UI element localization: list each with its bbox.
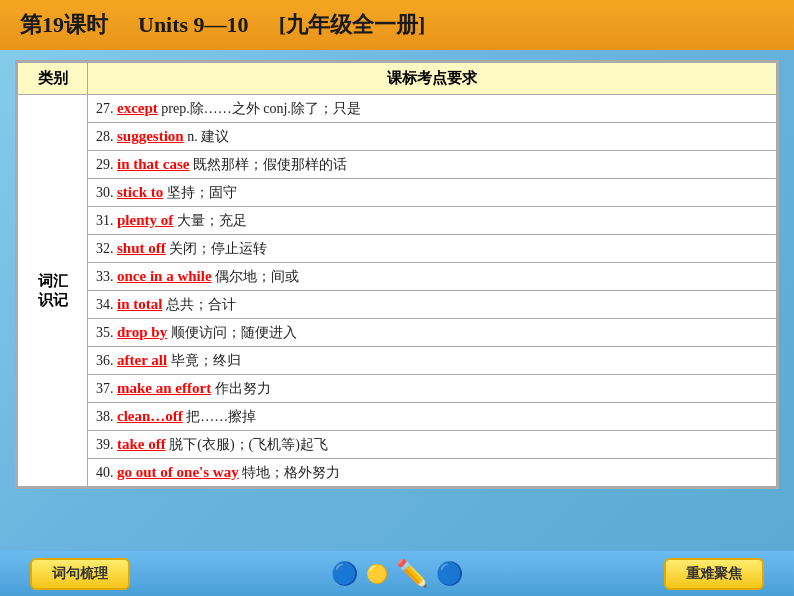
vocab-sort-button[interactable]: 词句梳理	[30, 558, 130, 590]
table-row: 29. in that case 既然那样；假使那样的话	[18, 151, 777, 179]
entry-number: 30.	[96, 185, 117, 200]
entry-number: 28.	[96, 129, 117, 144]
table-row: 32. shut off 关闭；停止运转	[18, 235, 777, 263]
entry-number: 29.	[96, 157, 117, 172]
entry-number: 36.	[96, 353, 117, 368]
entry-cell: 39. take off 脱下(衣服)；(飞机等)起飞	[88, 431, 777, 459]
table-header-row: 类别 课标考点要求	[18, 63, 777, 95]
entry-cell: 28. suggestion n. 建议	[88, 123, 777, 151]
col2-header: 课标考点要求	[88, 63, 777, 95]
entry-number: 34.	[96, 297, 117, 312]
entry-meaning: 作出努力	[211, 381, 271, 396]
entry-meaning: 既然那样；假使那样的话	[190, 157, 348, 172]
entry-blank: in total	[117, 296, 162, 312]
entry-meaning: 顺便访问；随便进入	[167, 325, 297, 340]
entry-blank: shut off	[117, 240, 166, 256]
header-lesson: 第19课时	[20, 10, 108, 40]
entry-number: 37.	[96, 381, 117, 396]
entry-number: 27.	[96, 101, 117, 116]
entry-meaning: 大量；充足	[173, 213, 247, 228]
table-row: 33. once in a while 偶尔地；间或	[18, 263, 777, 291]
entry-meaning: 毕竟；终归	[167, 353, 241, 368]
table-row: 词汇识记27. except prep.除……之外 conj.除了；只是	[18, 95, 777, 123]
entry-blank: go out of one's way	[117, 464, 239, 480]
table-row: 38. clean…off 把……擦掉	[18, 403, 777, 431]
entry-blank: suggestion	[117, 128, 184, 144]
table-row: 35. drop by 顺便访问；随便进入	[18, 319, 777, 347]
entry-blank: after all	[117, 352, 167, 368]
table-row: 34. in total 总共；合计	[18, 291, 777, 319]
entry-blank: except	[117, 100, 158, 116]
entry-cell: 36. after all 毕竟；终归	[88, 347, 777, 375]
entry-number: 35.	[96, 325, 117, 340]
entry-number: 32.	[96, 241, 117, 256]
entry-cell: 29. in that case 既然那样；假使那样的话	[88, 151, 777, 179]
main-container: 类别 课标考点要求 词汇识记27. except prep.除……之外 conj…	[15, 60, 779, 489]
entry-blank: make an effort	[117, 380, 211, 396]
entry-meaning: prep.除……之外 conj.除了；只是	[158, 101, 361, 116]
key-focus-button[interactable]: 重难聚焦	[664, 558, 764, 590]
entry-cell: 27. except prep.除……之外 conj.除了；只是	[88, 95, 777, 123]
entry-meaning: 总共；合计	[162, 297, 236, 312]
entry-blank: take off	[117, 436, 166, 452]
col1-header: 类别	[18, 63, 88, 95]
entry-cell: 32. shut off 关闭；停止运转	[88, 235, 777, 263]
entry-cell: 38. clean…off 把……擦掉	[88, 403, 777, 431]
entry-blank: stick to	[117, 184, 163, 200]
table-row: 39. take off 脱下(衣服)；(飞机等)起飞	[18, 431, 777, 459]
entry-meaning: 特地；格外努力	[239, 465, 341, 480]
entry-number: 38.	[96, 409, 117, 424]
entry-meaning: n. 建议	[184, 129, 230, 144]
category-cell: 词汇识记	[18, 95, 88, 487]
table-row: 28. suggestion n. 建议	[18, 123, 777, 151]
entry-cell: 35. drop by 顺便访问；随便进入	[88, 319, 777, 347]
table-row: 30. stick to 坚持；固守	[18, 179, 777, 207]
header-grade: [九年级全一册]	[279, 10, 426, 40]
header-units: Units 9—10	[138, 12, 249, 38]
header: 第19课时 Units 9—10 [九年级全一册]	[0, 0, 794, 50]
entry-number: 40.	[96, 465, 117, 480]
entry-meaning: 关闭；停止运转	[166, 241, 268, 256]
entry-meaning: 脱下(衣服)；(飞机等)起飞	[166, 437, 328, 452]
table-row: 36. after all 毕竟；终归	[18, 347, 777, 375]
table-row: 37. make an effort 作出努力	[18, 375, 777, 403]
entry-blank: clean…off	[117, 408, 183, 424]
entry-number: 31.	[96, 213, 117, 228]
entry-meaning: 坚持；固守	[163, 185, 237, 200]
entry-blank: plenty of	[117, 212, 173, 228]
entry-cell: 30. stick to 坚持；固守	[88, 179, 777, 207]
footer-bar: 词句梳理 🔵 🟡 ✏️ 🔵 重难聚焦	[0, 551, 794, 596]
entry-meaning: 把……擦掉	[183, 409, 257, 424]
table-row: 31. plenty of 大量；充足	[18, 207, 777, 235]
entry-cell: 34. in total 总共；合计	[88, 291, 777, 319]
entry-number: 33.	[96, 269, 117, 284]
entry-number: 39.	[96, 437, 117, 452]
entry-blank: drop by	[117, 324, 167, 340]
deco-area: 🔵 🟡 ✏️ 🔵	[331, 558, 463, 589]
entry-cell: 40. go out of one's way 特地；格外努力	[88, 459, 777, 487]
entry-blank: in that case	[117, 156, 190, 172]
entry-cell: 33. once in a while 偶尔地；间或	[88, 263, 777, 291]
table-row: 40. go out of one's way 特地；格外努力	[18, 459, 777, 487]
entry-cell: 37. make an effort 作出努力	[88, 375, 777, 403]
entry-meaning: 偶尔地；间或	[212, 269, 300, 284]
entry-cell: 31. plenty of 大量；充足	[88, 207, 777, 235]
entry-blank: once in a while	[117, 268, 212, 284]
